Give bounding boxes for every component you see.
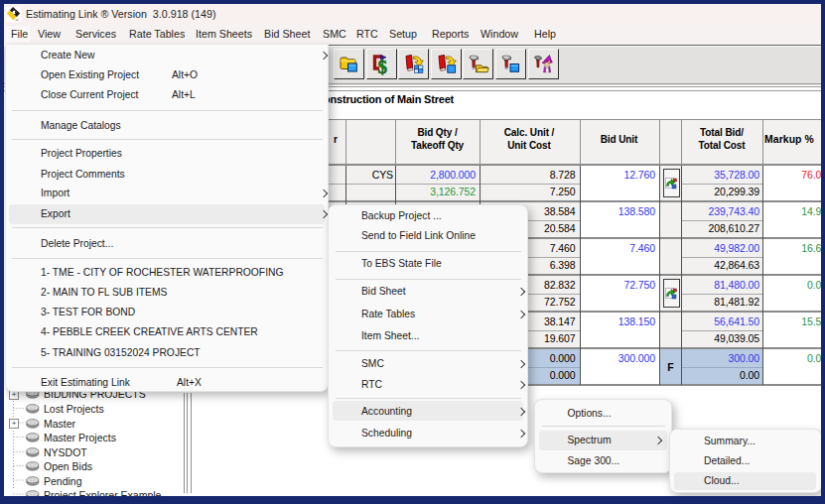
svg-text:$: $ xyxy=(377,57,387,75)
